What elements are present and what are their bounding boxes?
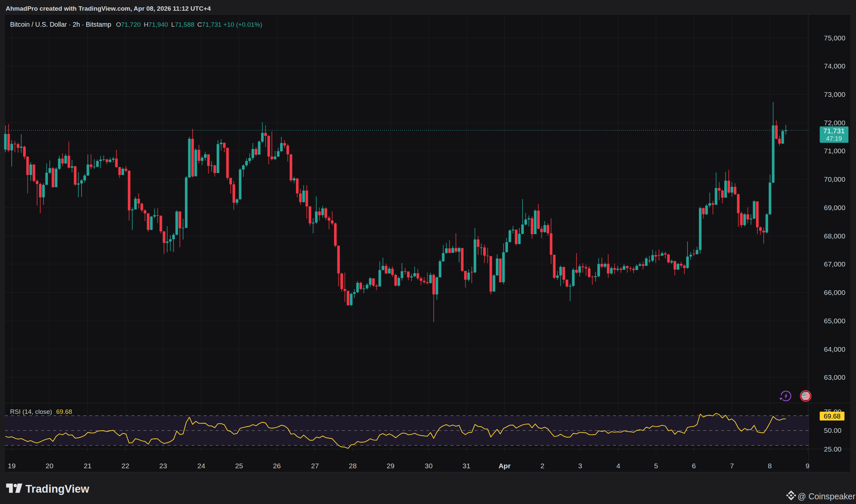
svg-text:21: 21 [84, 462, 91, 470]
svg-text:63,000: 63,000 [824, 373, 845, 381]
svg-text:69,000: 69,000 [824, 204, 845, 212]
svg-text:71,731: 71,731 [823, 127, 845, 134]
svg-text:4: 4 [616, 462, 620, 470]
svg-text:30: 30 [425, 462, 432, 470]
svg-text:RSI (14, close): RSI (14, close) [10, 408, 52, 415]
svg-text:O71,720: O71,720 [116, 21, 141, 28]
svg-text:66,000: 66,000 [824, 289, 845, 296]
svg-text:72,000: 72,000 [824, 119, 845, 127]
svg-text:C71,731: C71,731 [197, 21, 222, 28]
svg-text:Bitcoin / U.S. Dollar · 2h · B: Bitcoin / U.S. Dollar · 2h · Bitstamp [10, 21, 112, 28]
svg-text:9: 9 [805, 462, 809, 470]
svg-text:67,000: 67,000 [824, 260, 845, 268]
svg-text:29: 29 [387, 462, 394, 470]
svg-text:25: 25 [235, 462, 243, 470]
svg-text:27: 27 [311, 462, 319, 470]
svg-text:8: 8 [768, 462, 772, 470]
svg-text:75,000: 75,000 [824, 34, 845, 42]
svg-text:19: 19 [8, 462, 15, 470]
svg-text:AhmadPro created with TradingV: AhmadPro created with TradingView.com, A… [6, 5, 211, 12]
svg-text:@ Coinspeaker: @ Coinspeaker [798, 492, 855, 501]
svg-text:74,000: 74,000 [824, 62, 845, 70]
svg-text:68,000: 68,000 [824, 232, 845, 240]
svg-text:70,000: 70,000 [824, 175, 845, 183]
svg-text:26: 26 [273, 462, 280, 470]
svg-text:H71,940: H71,940 [144, 21, 168, 28]
svg-text:Apr: Apr [499, 462, 511, 470]
svg-text:47:19: 47:19 [826, 135, 842, 142]
svg-text:6: 6 [692, 462, 696, 470]
svg-text:50.00: 50.00 [824, 427, 842, 434]
svg-text:69.68: 69.68 [56, 408, 72, 415]
svg-text:31: 31 [462, 462, 470, 470]
svg-text:64,000: 64,000 [824, 345, 845, 353]
svg-text:24: 24 [197, 462, 205, 470]
svg-text:22: 22 [121, 462, 129, 470]
svg-text:65,000: 65,000 [824, 317, 845, 325]
svg-text:28: 28 [349, 462, 357, 470]
svg-text:TradingView: TradingView [25, 483, 90, 495]
svg-text:+10 (+0.01%): +10 (+0.01%) [223, 21, 262, 28]
svg-text:73,000: 73,000 [824, 91, 845, 98]
svg-text:5: 5 [654, 462, 658, 470]
svg-text:20: 20 [46, 462, 53, 470]
svg-text:69.68: 69.68 [824, 413, 840, 420]
svg-text:23: 23 [159, 462, 167, 470]
svg-text:L71,588: L71,588 [171, 21, 194, 28]
svg-text:3: 3 [578, 462, 582, 470]
svg-text:71,000: 71,000 [824, 147, 845, 155]
svg-text:25.00: 25.00 [824, 445, 842, 453]
svg-text:2: 2 [540, 462, 544, 470]
svg-text:7: 7 [730, 462, 734, 470]
